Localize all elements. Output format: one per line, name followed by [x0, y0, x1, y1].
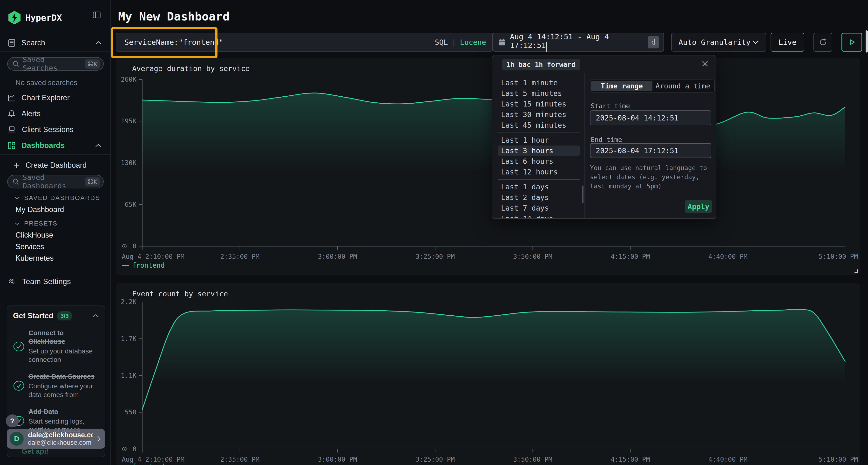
scrollbar-thumb[interactable]	[582, 186, 584, 203]
shift-forward-button[interactable]: 1h forward	[530, 59, 580, 70]
sidebar-item-clickhouse[interactable]: ClickHouse	[16, 231, 53, 239]
divider	[0, 51, 111, 52]
svg-text:Aug 4 2:10:00 PM: Aug 4 2:10:00 PM	[122, 456, 184, 463]
svg-text:3:00:00 PM: 3:00:00 PM	[318, 253, 357, 260]
svg-text:2:35:00 PM: 2:35:00 PM	[220, 456, 260, 463]
panel-resize-handle[interactable]	[855, 269, 858, 273]
refresh-button[interactable]	[813, 33, 832, 52]
svg-text:550: 550	[125, 408, 136, 416]
sidebar-item-services[interactable]: Services	[16, 242, 44, 251]
granularity-value: Auto Granularity	[679, 38, 751, 46]
time-preset-item[interactable]: Last 5 minutes	[498, 88, 580, 99]
get-started-item-title: Connect to ClickHouse	[28, 329, 99, 346]
time-preset-item[interactable]: Last 15 minutes	[498, 99, 580, 109]
saved-searches-input[interactable]: Saved Searches ⌘K	[7, 57, 104, 71]
chevron-up-icon	[95, 41, 101, 44]
get-started-item-title: Create Data Sources	[28, 372, 99, 381]
end-time-label: End time	[591, 136, 622, 143]
panel-collapse-icon	[93, 11, 100, 18]
divider	[590, 195, 714, 195]
sql-mode-button[interactable]: SQL	[435, 38, 448, 46]
time-preset-item[interactable]: Last 3 hours	[498, 145, 580, 156]
page-scrollbar-thumb[interactable]	[866, 30, 868, 53]
user-subtitle: dale@clickhouse.com's	[28, 439, 93, 446]
sidebar-item-label: Chart Explorer	[22, 94, 70, 102]
time-preset-item[interactable]: Last 1 hour	[498, 135, 580, 145]
create-dashboard-button[interactable]: Create Dashboard	[13, 161, 87, 170]
section-saved-dashboards[interactable]: SAVED DASHBOARDS	[14, 194, 100, 202]
time-range-input[interactable]: Aug 4 14:12:51 - Aug 4 17:12:51 d	[493, 33, 664, 52]
time-preset-item[interactable]: Last 7 days	[498, 203, 580, 213]
get-started-item-desc: Configure where your data comes from	[28, 382, 99, 399]
page-title: My New Dashboard	[118, 10, 229, 23]
svg-text:2.2K: 2.2K	[121, 298, 137, 305]
close-button[interactable]	[701, 60, 709, 67]
svg-text:130K: 130K	[121, 159, 137, 166]
legend-swatch	[122, 265, 129, 266]
sidebar-item-my-dashboard[interactable]: My Dashboard	[16, 205, 64, 214]
user-menu[interactable]: D dale@clickhouse.com dale@clickhouse.co…	[7, 429, 105, 449]
sidebar-collapse-button[interactable]	[93, 11, 100, 18]
filter-query-input[interactable]: ServiceName:"frontend" SQL | Lucene	[116, 33, 493, 52]
chevron-down-icon	[14, 197, 20, 199]
time-preset-item[interactable]: Last 30 minutes	[498, 109, 580, 120]
svg-text:1.7K: 1.7K	[121, 335, 137, 342]
help-button[interactable]: ?	[6, 414, 19, 427]
sidebar-item-kubernetes[interactable]: Kubernetes	[16, 254, 54, 263]
app-logo[interactable]: HyperDX	[8, 10, 62, 25]
sidebar-item-client-sessions[interactable]: Client Sessions	[8, 125, 104, 134]
svg-text:0: 0	[133, 242, 136, 250]
apply-button[interactable]: Apply	[685, 200, 712, 213]
no-saved-searches-text: No saved searches	[16, 78, 78, 87]
time-preset-item[interactable]: Last 1 minute	[498, 77, 580, 88]
legend-label: frontend	[132, 261, 165, 269]
get-started-item[interactable]: Connect to ClickHouse Set up your databa…	[13, 329, 99, 364]
tab-time-range[interactable]: Time range	[591, 81, 652, 91]
line-chart[interactable]: 260K195K130K65K0Aug 4 2:10:00 PM2:35:00 …	[116, 58, 860, 275]
svg-text:1.1K: 1.1K	[121, 372, 137, 379]
divider	[498, 133, 580, 133]
sidebar-item-alerts[interactable]: Alerts	[8, 109, 104, 118]
sidebar-item-label: Search	[22, 38, 45, 47]
time-preset-item[interactable]: Last 2 days	[498, 192, 580, 203]
section-title: SAVED DASHBOARDS	[24, 194, 100, 202]
divider	[498, 179, 580, 180]
calendar-icon	[499, 38, 506, 46]
time-preset-item[interactable]: Last 12 hours	[498, 167, 580, 177]
section-presets[interactable]: PRESETS	[14, 220, 58, 227]
day-granularity-badge[interactable]: d	[648, 36, 659, 48]
sidebar-item-team-settings[interactable]: Team Settings	[8, 277, 71, 286]
live-button[interactable]: Live	[771, 33, 804, 52]
start-time-input[interactable]: 2025-08-04 14:12:51	[590, 110, 711, 125]
time-mode-toggle: Time range Around a time	[590, 79, 715, 93]
chart-legend[interactable]: frontend	[122, 261, 165, 269]
chart-legend[interactable]: frontend	[122, 463, 165, 465]
sidebar: HyperDX Search Saved Searches ⌘K No save…	[0, 0, 111, 465]
svg-text:195K: 195K	[121, 117, 137, 125]
time-preset-item[interactable]: Last 45 minutes	[498, 120, 580, 131]
legend-label: frontend	[132, 463, 165, 465]
sidebar-item-chart-explorer[interactable]: Chart Explorer	[8, 94, 104, 102]
sidebar-item-dashboards[interactable]: Dashboards	[8, 141, 104, 150]
sidebar-item-search[interactable]: Search	[8, 38, 104, 47]
svg-text:4:15:00 PM: 4:15:00 PM	[611, 456, 650, 463]
get-started-item-title: Add Data	[28, 407, 99, 416]
text-cursor	[546, 42, 547, 52]
time-preset-item[interactable]: Last 1 days	[498, 182, 580, 192]
filter-query-text: ServiceName:"frontend"	[124, 38, 435, 46]
chevron-up-icon[interactable]	[93, 314, 99, 318]
run-query-button[interactable]	[841, 33, 862, 52]
natural-language-hint: You can use natural language to select d…	[590, 163, 713, 191]
tab-around-a-time[interactable]: Around a time	[652, 81, 714, 91]
time-preset-item[interactable]: Last 6 hours	[498, 156, 580, 167]
sidebar-item-label: Alerts	[22, 109, 40, 118]
saved-dashboards-input[interactable]: Saved Dashboards ⌘K	[7, 175, 104, 189]
sidebar-item-label: Dashboards	[22, 141, 65, 150]
line-chart[interactable]: 2.2K1.7K1.1K5500Aug 4 2:10:00 PM2:35:00 …	[116, 283, 860, 465]
lucene-mode-button[interactable]: Lucene	[460, 38, 486, 46]
get-started-item[interactable]: Create Data Sources Configure where your…	[13, 372, 99, 399]
end-time-input[interactable]: 2025-08-04 17:12:51	[590, 143, 711, 158]
question-icon: ?	[10, 417, 14, 425]
time-preset-item[interactable]: Last 14 days	[498, 213, 580, 218]
granularity-select[interactable]: Auto Granularity	[671, 33, 766, 52]
